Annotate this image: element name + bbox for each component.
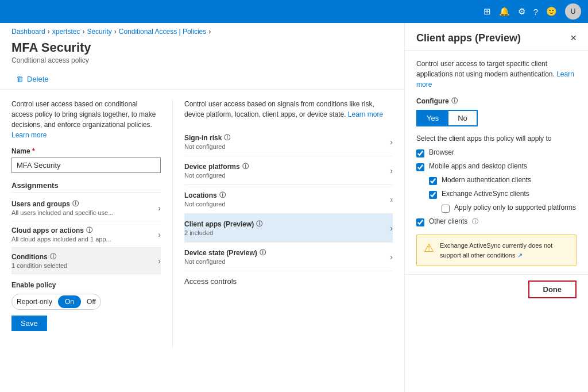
signin-risk-title: Sign-in risk	[184, 134, 222, 142]
device-platforms-title: Device platforms	[184, 163, 240, 171]
client-apps-subtitle: 2 included	[184, 229, 262, 236]
users-groups-subtitle: All users included and specific use...	[11, 209, 158, 216]
name-input[interactable]	[11, 157, 161, 173]
warning-box: ⚠ Exchange ActiveSync currently does not…	[416, 235, 577, 266]
device-platforms-subtitle: Not configured	[184, 172, 249, 179]
topbar-icons: ⊞ 🔔 ⚙ ? 🙂 U	[483, 3, 581, 20]
configure-info-icon[interactable]: ⓘ	[451, 97, 458, 105]
apply-policy-label: Apply policy only to supported platforms	[454, 203, 576, 212]
apply-policy-group: Apply policy only to supported platforms	[442, 203, 577, 213]
browser-checkbox[interactable]	[416, 149, 424, 157]
warning-external-link[interactable]: ↗	[517, 252, 523, 259]
device-state-info-icon[interactable]: ⓘ	[260, 248, 266, 257]
enable-policy-label: Enable policy	[11, 281, 161, 289]
users-groups-info-icon[interactable]: ⓘ	[72, 199, 79, 208]
client-apps-row[interactable]: Client apps (Preview) ⓘ 2 included ›	[184, 214, 393, 243]
client-apps-info-icon[interactable]: ⓘ	[256, 220, 262, 228]
exchange-activesync-checkbox[interactable]	[429, 191, 437, 199]
locations-chevron-icon: ›	[390, 195, 393, 204]
modern-auth-checkbox-item: Modern authentication clients	[429, 176, 577, 185]
panel-description: Control user access to target specific c…	[416, 59, 577, 90]
signin-risk-subtitle: Not configured	[184, 143, 230, 150]
right-panel: Client apps (Preview) × Control user acc…	[404, 23, 588, 392]
left-learn-more-link[interactable]: Learn more	[11, 131, 47, 139]
right-learn-more-link[interactable]: Learn more	[348, 110, 383, 118]
other-clients-info-icon[interactable]: ⓘ	[472, 217, 478, 226]
main-content: Dashboard › xpertstec › Security › Condi…	[0, 23, 404, 392]
device-state-row[interactable]: Device state (Preview) ⓘ Not configured …	[184, 243, 393, 271]
access-controls-label: Access controls	[184, 277, 393, 286]
bell-icon[interactable]: 🔔	[499, 6, 510, 17]
locations-row[interactable]: Locations ⓘ Not configured ›	[184, 185, 393, 214]
breadcrumb-security[interactable]: Security	[87, 28, 111, 36]
panel-body: Control user access to target specific c…	[405, 51, 588, 274]
save-button[interactable]: Save	[11, 316, 47, 331]
device-state-subtitle: Not configured	[184, 258, 266, 265]
panel-close-button[interactable]: ×	[570, 32, 577, 44]
left-description: Control user access based on conditional…	[11, 99, 161, 140]
breadcrumb-xpertstec[interactable]: xpertstec	[52, 28, 80, 36]
cloud-apps-row[interactable]: Cloud apps or actions ⓘ All cloud apps i…	[11, 221, 161, 248]
locations-subtitle: Not configured	[184, 201, 226, 207]
yes-button[interactable]: Yes	[416, 110, 448, 126]
name-field-label: Name *	[11, 147, 161, 155]
avatar[interactable]: U	[565, 3, 581, 20]
mobile-checkbox-item: Mobile apps and desktop clients	[416, 162, 577, 171]
cloud-apps-title: Cloud apps or actions	[11, 226, 84, 235]
left-column: Control user access based on conditional…	[11, 99, 172, 348]
cloud-apps-subtitle: All cloud apps included and 1 app...	[11, 236, 158, 243]
delete-icon: 🗑	[16, 75, 24, 83]
apply-policy-checkbox[interactable]	[442, 205, 450, 213]
signin-risk-row[interactable]: Sign-in risk ⓘ Not configured ›	[184, 128, 393, 156]
enable-policy-section: Enable policy Report-only On Off Save	[11, 274, 161, 331]
signin-risk-chevron-icon: ›	[390, 137, 393, 147]
no-button[interactable]: No	[448, 110, 478, 126]
page-title-section: MFA Security Conditional access policy	[0, 38, 404, 69]
users-groups-row[interactable]: Users and groups ⓘ All users included an…	[11, 195, 161, 221]
locations-info-icon[interactable]: ⓘ	[219, 191, 226, 199]
cloud-apps-info-icon[interactable]: ⓘ	[86, 226, 92, 235]
cloud-apps-chevron-icon: ›	[158, 230, 161, 239]
on-toggle-button[interactable]: On	[58, 295, 81, 308]
breadcrumb: Dashboard › xpertstec › Security › Condi…	[0, 23, 404, 38]
select-text: Select the client apps this policy will …	[416, 134, 577, 143]
device-platforms-row[interactable]: Device platforms ⓘ Not configured ›	[184, 156, 393, 185]
delete-label: Delete	[27, 75, 49, 83]
grid-icon[interactable]: ⊞	[483, 6, 491, 17]
other-clients-checkbox-item: Other clients ⓘ	[416, 217, 577, 226]
conditions-row[interactable]: Conditions ⓘ 1 condition selected ›	[11, 248, 161, 274]
question-icon[interactable]: ?	[533, 7, 538, 17]
delete-button[interactable]: 🗑 Delete	[11, 72, 53, 86]
mobile-checkbox[interactable]	[416, 163, 424, 171]
topbar: ⊞ 🔔 ⚙ ? 🙂 U	[0, 0, 588, 23]
conditions-chevron-icon: ›	[158, 256, 161, 266]
right-description: Control user access based on signals fro…	[184, 99, 393, 120]
client-apps-title: Client apps (Preview)	[184, 220, 254, 228]
panel-header: Client apps (Preview) ×	[405, 23, 588, 51]
device-state-title: Device state (Preview)	[184, 249, 257, 257]
exchange-activesync-label: Exchange ActiveSync clients	[442, 190, 529, 198]
users-groups-chevron-icon: ›	[158, 203, 161, 213]
report-only-label: Report-only	[14, 298, 55, 306]
settings-icon[interactable]: ⚙	[518, 6, 525, 17]
exchange-activesync-checkbox-item: Exchange ActiveSync clients	[429, 190, 577, 199]
device-platforms-info-icon[interactable]: ⓘ	[242, 162, 249, 171]
users-groups-title: Users and groups	[11, 200, 70, 208]
modern-auth-checkbox[interactable]	[429, 177, 437, 185]
conditions-title: Conditions	[11, 253, 48, 261]
conditions-info-icon[interactable]: ⓘ	[50, 252, 56, 261]
smiley-icon[interactable]: 🙂	[546, 6, 557, 17]
right-column: Control user access based on signals fro…	[172, 99, 393, 348]
other-clients-checkbox[interactable]	[416, 218, 424, 226]
device-platforms-chevron-icon: ›	[390, 166, 393, 175]
warning-text: Exchange ActiveSync currently does not s…	[440, 242, 552, 259]
other-clients-label: Other clients	[429, 217, 467, 225]
yes-no-toggle: Yes No	[416, 110, 577, 126]
breadcrumb-dashboard[interactable]: Dashboard	[11, 28, 45, 36]
conditions-subtitle: 1 condition selected	[11, 262, 158, 269]
modern-auth-label: Modern authentication clients	[442, 176, 531, 184]
warning-icon: ⚠	[424, 241, 434, 255]
breadcrumb-policies[interactable]: Conditional Access | Policies	[119, 28, 207, 36]
signin-risk-info-icon[interactable]: ⓘ	[224, 133, 230, 142]
done-button[interactable]: Done	[528, 280, 577, 298]
